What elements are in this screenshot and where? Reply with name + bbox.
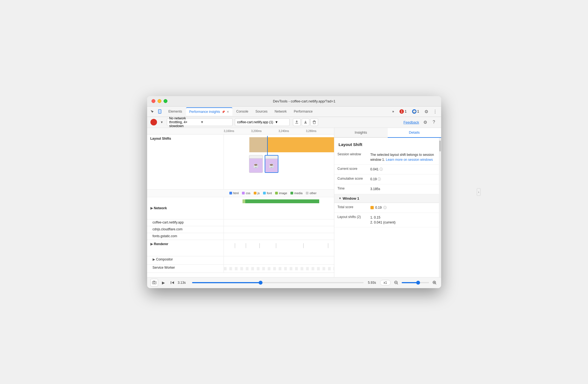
service-worker-section: Service Worker bbox=[147, 265, 334, 273]
record-button[interactable] bbox=[150, 119, 157, 125]
tab-console[interactable]: Console bbox=[233, 107, 252, 116]
timeline-slider-thumb[interactable] bbox=[259, 281, 262, 285]
main-content: 3,160ms 3,200ms 3,240ms 3,280ms bbox=[147, 128, 441, 277]
session-window-val: The selected layout shift belongs to ses… bbox=[367, 150, 439, 164]
right-panel: Insights Details Layout Shift Session wi… bbox=[334, 128, 441, 277]
svg-point-6 bbox=[153, 282, 155, 283]
session-window-key-text: Session window bbox=[338, 152, 361, 156]
layout-shift-item-1[interactable]: 1. 0.15 bbox=[370, 215, 436, 220]
ruler-mark-4: 3,280ms bbox=[306, 130, 333, 133]
layout-shifts-key: Layout shifts (2) bbox=[334, 213, 367, 227]
more-options-button[interactable]: ⋮ bbox=[431, 108, 439, 115]
feedback-link[interactable]: Feedback bbox=[403, 120, 419, 124]
svg-rect-1 bbox=[159, 110, 161, 113]
layout-shifts-section: Layout Shifts bbox=[147, 134, 334, 190]
tab-details[interactable]: Details bbox=[388, 128, 441, 138]
tab-elements[interactable]: Elements bbox=[165, 107, 185, 116]
detail-row-session-window: Session window The selected layout shift… bbox=[334, 150, 439, 165]
service-worker-content bbox=[224, 265, 334, 273]
layout-shifts-content[interactable]: ☕ ☕ bbox=[224, 134, 334, 189]
renderer-section: ▶ Renderer bbox=[147, 240, 334, 256]
ruler-label-4: 3,280ms bbox=[306, 130, 316, 133]
renderer-content bbox=[224, 240, 334, 256]
ruler-mark-3: 3,240ms bbox=[279, 130, 306, 133]
tab-sources[interactable]: Sources bbox=[252, 107, 271, 116]
compositor-section: ▶ Compositor bbox=[147, 256, 334, 265]
right-panel-scrollbar[interactable] bbox=[439, 138, 441, 277]
help-icon[interactable]: ? bbox=[430, 118, 438, 126]
tab-performance-insights[interactable]: Performance insights 📌 ✕ bbox=[186, 107, 233, 116]
legend-js: js bbox=[254, 191, 260, 195]
close-button[interactable] bbox=[152, 99, 155, 103]
tick-5 bbox=[303, 243, 304, 248]
network-label-text[interactable]: Network bbox=[154, 206, 167, 210]
zoom-level-badge[interactable]: x1 bbox=[380, 280, 391, 285]
tab-insights[interactable]: Insights bbox=[334, 128, 388, 138]
layout-shift-thumb-2[interactable]: ☕ bbox=[265, 155, 278, 173]
download-button[interactable] bbox=[302, 118, 309, 126]
errors-button[interactable]: 1 1 bbox=[397, 109, 409, 114]
window-1-section[interactable]: ▼ Window 1 bbox=[334, 194, 439, 203]
upload-button[interactable] bbox=[293, 118, 301, 126]
tab-performance[interactable]: Performance bbox=[290, 107, 316, 116]
zoom-in-button[interactable] bbox=[431, 279, 438, 286]
thumb-1-body: ☕ bbox=[249, 159, 262, 173]
compositor-label: ▶ Compositor bbox=[147, 256, 224, 264]
maximize-button[interactable] bbox=[164, 99, 167, 103]
thumb-2-icon: ☕ bbox=[269, 162, 275, 168]
zoom-controls bbox=[393, 279, 438, 286]
throttle-label: No network throttling, 4× slowdown bbox=[169, 116, 199, 128]
url-label: coffee-cart.netlify.app (1) bbox=[237, 120, 273, 124]
detail-row-time: Time 3.185s bbox=[334, 184, 439, 194]
messages-button[interactable]: 💬 1 bbox=[410, 109, 421, 114]
layout-shift-thumb-1[interactable]: ☕ bbox=[249, 155, 263, 173]
settings-button[interactable]: ⚙ bbox=[423, 108, 430, 115]
play-button[interactable]: ▶ bbox=[160, 279, 167, 286]
network-row-1-label: coffee-cart.netlify.app bbox=[147, 219, 224, 226]
tab-network[interactable]: Network bbox=[271, 107, 290, 116]
tab-details-label: Details bbox=[409, 130, 420, 134]
throttle-select[interactable]: No network throttling, 4× slowdown ▼ bbox=[167, 118, 233, 126]
delete-button[interactable] bbox=[310, 118, 318, 126]
tab-insights-label: Insights bbox=[355, 130, 367, 134]
url-arrow-icon: ▼ bbox=[275, 120, 278, 124]
current-score-help-icon[interactable]: ⓘ bbox=[379, 167, 383, 171]
cursor-icon[interactable] bbox=[149, 109, 155, 114]
tab-sources-label: Sources bbox=[255, 110, 267, 113]
screenshot-button[interactable] bbox=[150, 279, 158, 286]
renderer-arrow-icon: ▶ bbox=[150, 242, 153, 246]
skip-to-start-button[interactable] bbox=[169, 279, 176, 286]
dropdown-arrow[interactable]: ▼ bbox=[159, 119, 165, 125]
compositor-arrow-icon: ▶ bbox=[153, 257, 155, 261]
tab-close-icon[interactable]: ✕ bbox=[227, 110, 229, 114]
overflow-tabs-button[interactable]: » bbox=[390, 109, 396, 114]
minimize-button[interactable] bbox=[158, 99, 161, 103]
timeline-slider[interactable] bbox=[192, 282, 364, 283]
session-windows-link[interactable]: Learn more on session windows bbox=[386, 158, 433, 162]
zoom-slider-thumb[interactable] bbox=[416, 281, 420, 285]
timeline-slider-fill bbox=[192, 282, 261, 283]
svg-point-2 bbox=[159, 113, 160, 113]
toolbar-actions bbox=[293, 118, 318, 126]
mobile-icon[interactable] bbox=[157, 109, 162, 114]
total-score-help-icon[interactable]: ⓘ bbox=[383, 205, 387, 210]
window-1-label: Window 1 bbox=[342, 196, 359, 200]
thumb-1-icon: ☕ bbox=[253, 162, 259, 168]
url-select[interactable]: coffee-cart.netlify.app (1) ▼ bbox=[235, 118, 290, 126]
tab-console-label: Console bbox=[236, 110, 248, 113]
zoom-out-button[interactable] bbox=[393, 279, 399, 286]
bottom-bar: ▶ 3.13s 5.93s x1 bbox=[147, 277, 441, 288]
cumulative-score-help-icon[interactable]: ⓘ bbox=[378, 177, 381, 181]
tick-1 bbox=[235, 243, 235, 248]
thumb-2-content: ☕ bbox=[265, 156, 278, 172]
settings-gear-icon[interactable]: ⚙ bbox=[421, 118, 429, 126]
zoom-slider[interactable] bbox=[402, 282, 429, 283]
renderer-label-text[interactable]: Renderer bbox=[154, 242, 169, 246]
legend-other-label: other bbox=[310, 191, 316, 195]
compositor-label-text[interactable]: Compositor bbox=[156, 257, 173, 261]
layout-shift-item-2[interactable]: 2. 0.041 (current) bbox=[370, 220, 436, 225]
network-row-3-content bbox=[224, 233, 334, 240]
legend-html: html bbox=[229, 191, 239, 195]
scrollbar-thumb[interactable] bbox=[439, 141, 441, 151]
network-content bbox=[224, 197, 334, 219]
